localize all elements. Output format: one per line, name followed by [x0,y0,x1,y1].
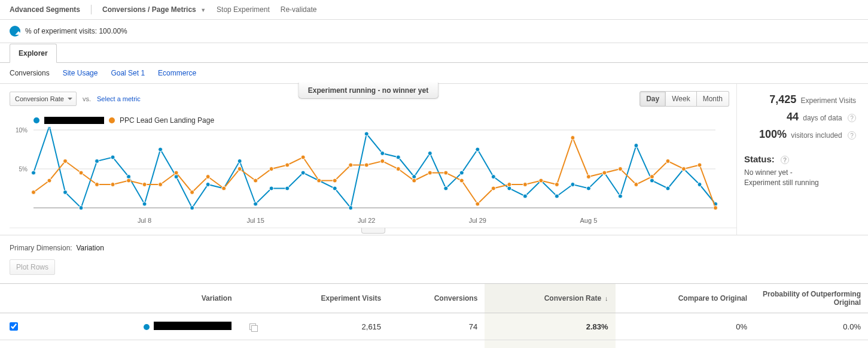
status-line1: No winner yet - [744,168,793,177]
granularity-week-button[interactable]: Week [666,91,696,107]
svg-point-16 [206,183,210,187]
stat-days-value: 44 [787,111,799,123]
svg-point-30 [428,152,432,156]
header-conversions[interactable]: Conversions [388,284,485,313]
grip-icon [361,228,385,234]
primary-dimension-label: Primary Dimension: [10,244,72,252]
svg-point-45 [666,186,670,190]
conversions-metrics-label: Conversions / Page Metrics [102,5,196,14]
svg-point-31 [444,186,448,190]
svg-point-7 [63,190,68,195]
svg-point-91 [698,163,702,167]
subtabs: Conversions Site Usage Goal Set 1 Ecomme… [0,63,868,84]
subtab-goal-set-1[interactable]: Goal Set 1 [111,69,145,77]
svg-point-63 [254,178,258,183]
svg-point-39 [571,183,575,187]
svg-point-21 [285,186,290,190]
svg-point-85 [602,171,607,175]
table-header-row: Variation Experiment Visits Conversions … [0,284,868,313]
line-chart[interactable]: 5%10% [10,127,721,217]
svg-point-24 [333,186,337,190]
svg-point-18 [237,159,242,164]
top-toolbar: Advanced Segments Conversions / Page Met… [0,0,868,20]
cell-conversions: 155 [388,340,485,349]
subtab-ecommerce[interactable]: Ecommerce [158,69,196,77]
svg-point-74 [428,171,432,175]
svg-point-76 [459,178,464,183]
svg-point-86 [618,167,622,171]
svg-point-8 [79,206,83,210]
svg-point-11 [127,175,131,179]
svg-point-89 [666,159,670,164]
table-row[interactable]: PPC Lead Gen Landing Page4,8101553.22%14… [0,340,868,349]
revalidate-link[interactable]: Re-validate [281,5,317,14]
svg-point-25 [349,206,353,210]
svg-point-78 [491,186,495,190]
legend-label-series-b: PPC Lead Gen Landing Page [120,116,214,125]
x-tick-label: Aug 5 [580,217,598,224]
tab-explorer[interactable]: Explorer [10,44,57,63]
help-icon[interactable]: ? [848,114,856,122]
stat-included: 100% visitors included ? [744,126,856,143]
help-icon[interactable]: ? [781,156,789,164]
svg-point-53 [95,183,99,187]
svg-point-66 [301,155,305,159]
chart-x-axis: Jul 8Jul 15Jul 22Jul 29Aug 5 [10,217,736,228]
cell-probability: 0.0% [754,313,868,340]
segment-row: % of experiment visits: 100.00% [0,20,868,43]
sort-down-icon: ↓ [605,295,608,302]
header-variation[interactable]: Variation [27,284,239,313]
svg-point-19 [254,202,258,206]
svg-point-68 [333,178,337,183]
external-link-icon[interactable] [249,323,257,331]
row-checkbox[interactable] [10,322,18,331]
svg-point-67 [317,178,321,183]
svg-point-70 [364,163,368,167]
plot-rows-button[interactable]: Plot Rows [10,259,55,275]
cell-compare: 14% [616,340,754,349]
svg-point-61 [222,186,226,190]
svg-point-83 [571,136,575,140]
select-metric-link[interactable]: Select a metric [97,95,141,102]
chart-summary: 7,425 Experiment Visits 44 days of data … [736,84,868,235]
granularity-month-button[interactable]: Month [697,91,729,107]
advanced-segments-link[interactable]: Advanced Segments [10,5,80,14]
table-row[interactable]: 2,615742.83%0%0.0% [0,313,868,340]
header-compare[interactable]: Compare to Original [616,284,754,313]
svg-point-26 [364,132,368,136]
legend-dot-series-b [109,117,115,123]
subtab-site-usage[interactable]: Site Usage [63,69,98,77]
stop-experiment-link[interactable]: Stop Experiment [217,5,270,14]
status-heading: Status: [744,154,775,164]
granularity-day-button[interactable]: Day [639,91,666,107]
conversions-metrics-dropdown[interactable]: Conversions / Page Metrics ▼ [102,5,206,14]
svg-point-81 [539,178,543,183]
stat-included-value: 100% [759,128,787,140]
header-probability[interactable]: Probability of Outperforming Original [754,284,868,313]
svg-point-88 [650,175,654,179]
help-icon[interactable]: ? [848,131,856,140]
svg-point-69 [349,163,353,167]
svg-point-57 [159,183,163,187]
svg-point-60 [206,175,210,179]
primary-dimension: Primary Dimension: Variation [0,235,868,255]
svg-point-38 [555,194,559,198]
metric-selector[interactable]: Conversion Rate [10,92,77,106]
header-conversion-rate[interactable]: Conversion Rate↓ [485,284,615,313]
header-visits[interactable]: Experiment Visits [264,284,388,313]
svg-point-15 [190,206,194,210]
svg-point-5 [32,171,36,175]
subtab-conversions[interactable]: Conversions [10,69,50,77]
svg-text:10%: 10% [16,127,28,134]
date-granularity-group: Day Week Month [639,91,729,107]
chart-resize-splitter[interactable] [10,228,736,235]
chart-area: Experiment running - no winner yet Conve… [0,84,868,235]
cell-conversions: 74 [388,313,485,340]
cell-compare: 0% [616,313,754,340]
svg-point-13 [159,147,163,152]
primary-dimension-value[interactable]: Variation [76,244,103,252]
svg-point-9 [95,159,99,164]
svg-point-75 [444,171,448,175]
stat-visits-value: 7,425 [769,93,796,105]
cell-conversion-rate: 3.22% [485,340,615,349]
